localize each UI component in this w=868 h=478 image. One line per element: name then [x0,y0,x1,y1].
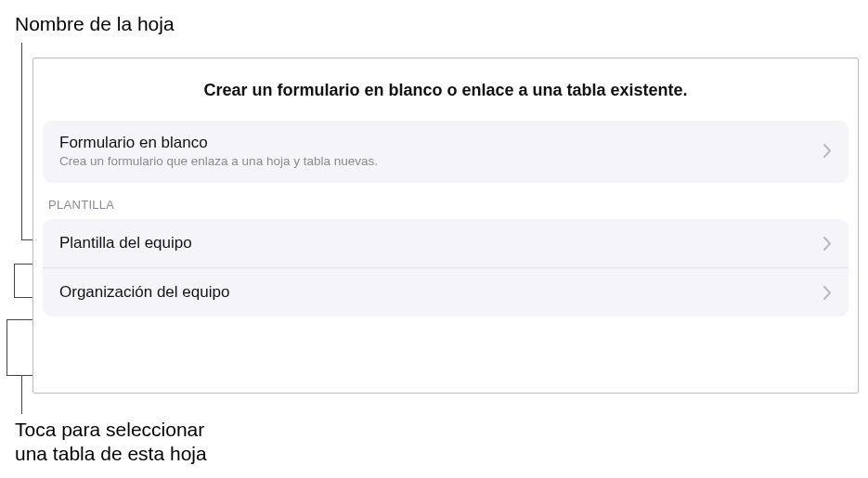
table-row-label: Plantilla del equipo [59,234,192,252]
table-row-label: Organización del equipo [59,283,229,302]
callout-line [21,375,22,414]
callout-line [21,43,22,239]
callout-line [6,375,32,376]
tables-list: Plantilla del equipo Organización del eq… [43,219,849,317]
callout-line [14,264,32,265]
table-row[interactable]: Organización del equipo [43,267,849,317]
form-setup-panel: Crear un formulario en blanco o enlace a… [32,58,859,394]
blank-form-button[interactable]: Formulario en blanco Crea un formulario … [43,121,849,183]
blank-form-list: Formulario en blanco Crea un formulario … [43,121,849,183]
callout-line [21,239,32,240]
callout-line [6,319,7,375]
blank-form-title: Formulario en blanco [59,134,378,152]
blank-form-subtitle: Crea un formulario que enlaza a una hoja… [59,154,378,168]
chevron-right-icon [823,144,832,158]
table-row[interactable]: Plantilla del equipo [43,219,849,267]
callout-sheet-name: Nombre de la hoja [15,13,175,35]
callout-line [6,319,32,320]
callout-select-table: Toca para seleccionar una tabla de esta … [15,418,207,467]
chevron-right-icon [823,237,832,251]
panel-title: Crear un formulario en blanco o enlace a… [33,58,858,121]
section-label-sheet: PLANTILLA [33,183,858,219]
callout-line [14,264,15,297]
callout-line [14,297,32,298]
chevron-right-icon [823,286,832,300]
